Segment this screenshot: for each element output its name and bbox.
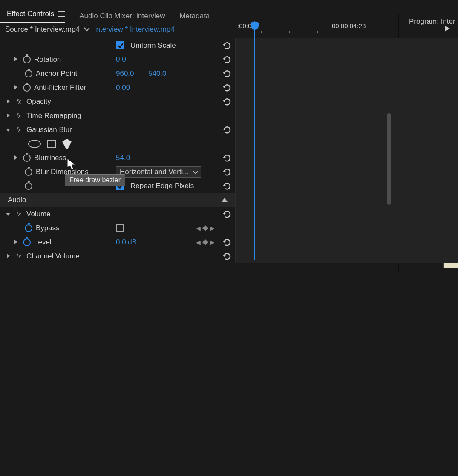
fx-icon[interactable]: fx [14,98,23,105]
blurriness-value[interactable]: 54.0 [116,154,130,162]
fx-icon[interactable]: fx [14,112,23,119]
add-keyframe-icon[interactable] [202,239,208,245]
row-anchor-point: Anchor Point 960.0 540.0 [0,66,235,80]
row-mask-tools [0,137,235,151]
twisty-icon[interactable] [13,238,19,247]
uniform-scale-checkbox[interactable] [116,41,124,49]
stopwatch-icon[interactable] [25,70,32,77]
audio-label: Audio [8,196,26,204]
anchor-label: Anchor Point [36,69,77,78]
row-antiflicker: Anti-flicker Filter 0.00 [0,80,235,95]
reset-icon[interactable] [222,83,232,92]
sequence-clip[interactable]: Interview * Interview.mp4 [94,25,175,34]
menu-icon[interactable] [58,11,65,17]
playhead-grip-icon[interactable] [251,22,259,30]
row-uniform-scale: Uniform Scale [0,38,235,52]
volume-label: Volume [26,210,51,218]
playhead[interactable] [254,21,255,260]
timeline[interactable]: :00:0 00:00:04:23 [235,38,458,263]
twisty-icon[interactable] [13,154,19,162]
row-blur-dimensions: Blur Dimensions Horizontal and Verti... [0,165,235,179]
next-keyframe-icon[interactable]: ▶ [210,225,215,232]
collapse-up-icon[interactable] [222,198,228,202]
blur-dimensions-dropdown[interactable]: Horizontal and Verti... [116,166,201,178]
twisty-icon[interactable] [5,97,11,106]
dropdown-value: Horizontal and Verti... [120,168,189,176]
reset-icon[interactable] [222,252,232,261]
time-start: :00:0 [237,22,251,29]
time-ruler[interactable]: :00:0 00:00:04:23 [236,20,458,34]
chevron-down-icon[interactable] [84,25,90,34]
row-channel-volume[interactable]: fx Channel Volume [0,249,235,263]
stopwatch-icon[interactable] [25,168,32,176]
time-end: 00:00:04:23 [332,22,366,29]
bypass-checkbox[interactable] [116,224,124,232]
channel-volume-label: Channel Volume [26,252,80,261]
anchor-y-value[interactable]: 540.0 [148,69,167,78]
reset-icon[interactable] [222,55,232,64]
rotation-label: Rotation [34,55,61,64]
prev-keyframe-icon[interactable]: ◀ [196,225,201,232]
row-level: Level 0.0 dB ◀ ▶ [0,235,235,249]
row-gaussian-blur[interactable]: fx Gaussian Blur [0,123,235,137]
row-blurriness: Blurriness 54.0 [0,151,235,165]
ellipse-mask-tool[interactable] [28,140,41,148]
opacity-label: Opacity [26,97,51,106]
stopwatch-icon[interactable] [23,238,31,246]
tab-metadata[interactable]: Metadata [179,12,210,20]
twisty-icon[interactable] [5,252,11,261]
reset-icon[interactable] [222,209,232,219]
reset-icon[interactable] [222,125,232,135]
add-keyframe-icon[interactable] [202,225,208,231]
stopwatch-icon[interactable] [23,56,31,63]
row-opacity[interactable]: fx Opacity [0,95,235,109]
tab-label: Effect Controls [7,10,54,18]
pen-mask-tool[interactable] [62,139,72,149]
row-repeat-edge: Repeat Edge Pixels [0,179,235,193]
chevron-down-icon [193,168,198,176]
tab-audio-mixer[interactable]: Audio Clip Mixer: Interview [79,12,165,20]
stopwatch-icon[interactable] [23,154,31,162]
rectangle-mask-tool[interactable] [47,140,56,148]
keyframe-nav: ◀ ▶ [196,225,215,232]
twisty-icon[interactable] [5,210,11,218]
time-remap-label: Time Remapping [26,112,81,120]
fx-icon[interactable]: fx [14,253,23,260]
reset-icon[interactable] [222,69,232,78]
stopwatch-icon[interactable] [25,182,32,190]
fx-icon[interactable]: fx [14,126,23,133]
twisty-icon[interactable] [5,112,11,120]
twisty-icon[interactable] [13,55,19,64]
source-clip[interactable]: Source * Interview.mp4 [5,25,80,34]
antiflicker-value[interactable]: 0.00 [116,83,130,92]
reset-icon[interactable] [222,167,232,177]
fx-icon[interactable]: fx [14,211,23,218]
level-value[interactable]: 0.0 dB [116,238,137,247]
repeat-edge-label: Repeat Edge Pixels [130,182,194,190]
reset-icon[interactable] [222,41,232,50]
tab-effect-controls[interactable]: Effect Controls [0,10,65,23]
reset-icon[interactable] [222,153,232,163]
keyframe-nav: ◀ ▶ [196,239,215,246]
repeat-edge-checkbox[interactable] [116,182,124,190]
audio-section-header[interactable]: Audio [0,193,235,207]
blurriness-label: Blurriness [34,154,66,162]
bypass-label: Bypass [36,224,60,232]
row-volume[interactable]: fx Volume [0,207,235,221]
rotation-value[interactable]: 0.0 [116,55,126,64]
twisty-icon[interactable] [5,126,11,134]
reset-icon[interactable] [222,97,232,106]
row-time-remapping[interactable]: fx Time Remapping [0,109,235,123]
stopwatch-icon[interactable] [23,84,31,92]
anchor-x-value[interactable]: 960.0 [116,69,134,78]
reset-icon[interactable] [222,181,232,191]
twisty-icon[interactable] [13,83,19,92]
gaussian-blur-label: Gaussian Blur [26,126,72,134]
row-rotation: Rotation 0.0 [0,52,235,66]
stopwatch-icon[interactable] [25,224,32,232]
blur-dim-label: Blur Dimensions [36,168,89,176]
prev-keyframe-icon[interactable]: ◀ [196,239,201,246]
reset-icon[interactable] [222,238,232,247]
next-keyframe-icon[interactable]: ▶ [210,239,215,246]
scrollbar-thumb[interactable] [387,113,391,205]
